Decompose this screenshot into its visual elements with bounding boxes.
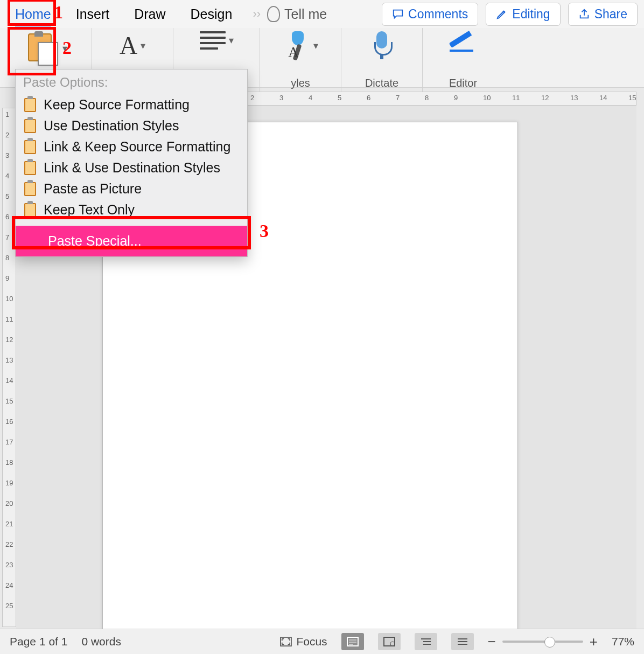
font-a-icon: A	[120, 31, 137, 60]
clipboard-small-icon	[24, 203, 36, 217]
paste-option-label: Link & Use Destination Styles	[44, 160, 220, 176]
status-bar: Page 1 of 1 0 words Focus − + 77%	[0, 629, 644, 654]
paste-option-label: Use Destination Styles	[44, 118, 179, 134]
dictate-group: Dictate	[341, 28, 423, 92]
svg-point-6	[390, 642, 395, 646]
microphone-icon[interactable]	[371, 31, 393, 59]
paste-option-item[interactable]: Link & Use Destination Styles	[16, 157, 247, 178]
tab-home[interactable]: Home	[11, 4, 55, 24]
paragraph-button[interactable]: ▾	[200, 31, 234, 50]
paste-option-item[interactable]: Keep Text Only	[16, 199, 247, 220]
paste-options-header: Paste Options:	[16, 69, 247, 94]
chevron-down-icon[interactable]: ▾	[313, 40, 318, 52]
word-count[interactable]: 0 words	[81, 635, 121, 648]
clipboard-small-icon	[24, 119, 36, 133]
paste-option-item[interactable]: Paste as Picture	[16, 178, 247, 199]
editor-label: Editor	[423, 77, 503, 89]
editing-label: Editing	[512, 7, 550, 22]
clipboard-small-icon	[24, 182, 36, 196]
paste-option-label: Link & Keep Source Formatting	[44, 139, 230, 155]
comment-icon	[392, 8, 404, 20]
print-layout-view-icon[interactable]	[341, 633, 364, 650]
more-tabs-icon[interactable]: ››	[253, 7, 261, 21]
web-layout-view-icon[interactable]	[378, 633, 401, 650]
paste-option-label: Keep Source Formatting	[44, 97, 190, 113]
focus-icon	[280, 637, 292, 646]
zoom-slider-thumb[interactable]	[544, 637, 555, 648]
comments-button[interactable]: Comments	[382, 3, 478, 26]
tab-draw[interactable]: Draw	[130, 4, 170, 24]
tab-design[interactable]: Design	[186, 4, 237, 24]
ribbon-tabbar: Home Insert Draw Design ›› Tell me Comme…	[0, 0, 644, 29]
paste-option-item[interactable]: Link & Keep Source Formatting	[16, 136, 247, 157]
zoom-level[interactable]: 77%	[612, 635, 634, 648]
paste-option-label: Keep Text Only	[44, 202, 135, 218]
focus-mode-button[interactable]: Focus	[280, 635, 327, 648]
share-button[interactable]: Share	[568, 3, 638, 26]
share-icon	[578, 8, 590, 20]
zoom-out-button[interactable]: −	[488, 634, 496, 650]
zoom-slider[interactable]	[502, 641, 583, 643]
styles-button[interactable]: A ▾	[283, 31, 318, 60]
zoom-in-button[interactable]: +	[590, 634, 598, 650]
annotation-number-2: 2	[62, 38, 72, 58]
font-button[interactable]: A ▾	[120, 31, 145, 60]
paste-button[interactable]: ▾	[25, 31, 67, 66]
draft-view-icon[interactable]	[451, 633, 474, 650]
style-brush-icon: A	[283, 31, 310, 60]
annotation-number-1: 1	[54, 2, 63, 23]
editing-button[interactable]: Editing	[486, 3, 560, 26]
tell-me-label: Tell me	[284, 6, 327, 22]
paste-special-item[interactable]: Paste Special...	[16, 226, 247, 256]
clipboard-icon	[25, 31, 59, 66]
styles-label: yles	[260, 77, 341, 89]
chevron-down-icon[interactable]: ▾	[141, 40, 145, 52]
paste-option-item[interactable]: Keep Source Formatting	[16, 94, 247, 115]
styles-group: A ▾ yles	[260, 28, 341, 92]
clipboard-small-icon	[24, 98, 36, 112]
chevron-down-icon[interactable]: ▾	[229, 34, 234, 46]
paragraph-lines-icon	[200, 31, 226, 50]
tell-me-search[interactable]: Tell me	[267, 6, 327, 22]
page-indicator[interactable]: Page 1 of 1	[10, 635, 67, 648]
paste-option-item[interactable]: Use Destination Styles	[16, 115, 247, 136]
annotation-number-3: 3	[260, 221, 269, 241]
svg-rect-1	[347, 637, 358, 646]
editor-group: Editor	[423, 28, 503, 92]
vertical-ruler[interactable]: 1234567891011121314151617181920212223242…	[2, 108, 16, 627]
lightbulb-icon	[267, 6, 280, 22]
comments-label: Comments	[408, 7, 468, 22]
dictate-label: Dictate	[341, 77, 422, 89]
editor-pen-icon[interactable]	[449, 31, 478, 55]
share-label: Share	[594, 7, 627, 22]
zoom-control[interactable]: − +	[488, 634, 598, 650]
paste-option-label: Paste as Picture	[44, 181, 142, 197]
outline-view-icon[interactable]	[415, 633, 437, 650]
clipboard-small-icon	[24, 161, 36, 175]
pencil-icon	[496, 8, 508, 20]
clipboard-small-icon	[24, 140, 36, 154]
paste-options-menu: Paste Options: Keep Source FormattingUse…	[15, 69, 248, 257]
tab-insert[interactable]: Insert	[72, 4, 114, 24]
